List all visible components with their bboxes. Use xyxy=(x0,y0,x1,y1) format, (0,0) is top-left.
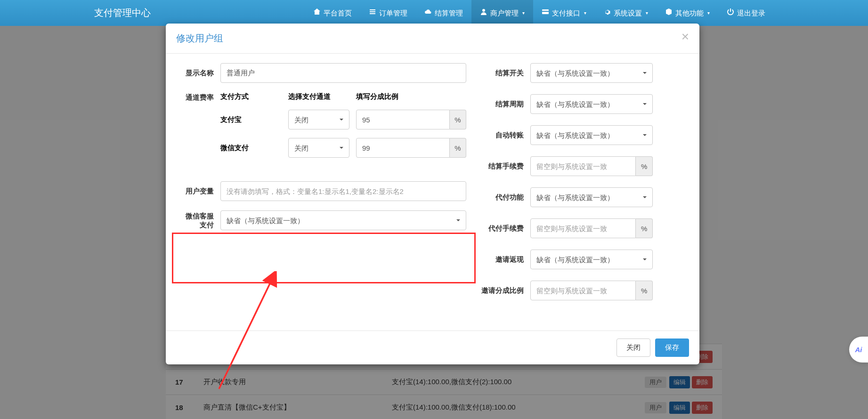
nav-label: 退出登录 xyxy=(737,0,765,26)
setting-label: 结算手续费 xyxy=(476,162,530,171)
setting-select[interactable]: 缺省（与系统设置一致） xyxy=(530,187,653,207)
user-var-input[interactable] xyxy=(220,181,466,201)
pay-method-label: 支付宝 xyxy=(220,115,282,124)
home-icon xyxy=(313,0,321,26)
list-icon xyxy=(369,0,376,26)
svg-rect-1 xyxy=(542,11,549,12)
percent-addon: % xyxy=(636,281,653,300)
nav-list[interactable]: 订单管理 xyxy=(360,0,416,26)
nav-label: 结算管理 xyxy=(435,0,463,26)
setting-input[interactable] xyxy=(530,218,636,238)
chevron-down-icon: ▾ xyxy=(707,0,710,26)
display-name-label: 显示名称 xyxy=(177,69,220,78)
setting-label: 邀请分成比例 xyxy=(476,286,530,295)
setting-label: 结算开关 xyxy=(476,69,530,78)
user-var-label: 用户变量 xyxy=(177,187,220,196)
modal-title: 修改用户组 xyxy=(176,32,681,45)
nav-user[interactable]: 商户管理▾ xyxy=(471,0,533,26)
percent-addon: % xyxy=(450,110,466,129)
setting-label: 结算周期 xyxy=(476,100,530,109)
wechat-kf-label: 微信客服支付 xyxy=(177,211,220,230)
nav-label: 支付接口 xyxy=(552,0,580,26)
nav-items: 平台首页订单管理结算管理商户管理▾支付接口▾系统设置▾其他功能▾退出登录 xyxy=(305,0,774,26)
ai-badge-text: Ai xyxy=(855,346,862,354)
nav-power[interactable]: 退出登录 xyxy=(718,0,774,26)
modal-header: 修改用户组 × xyxy=(166,24,699,54)
setting-label: 代付手续费 xyxy=(476,224,530,233)
nav-label: 其他功能 xyxy=(675,0,704,26)
percent-addon: % xyxy=(636,156,653,176)
channel-select[interactable]: 关闭 xyxy=(288,138,349,158)
user-icon xyxy=(480,0,487,26)
percent-addon: % xyxy=(636,218,653,238)
modal-right-column: 结算开关缺省（与系统设置一致）结算周期缺省（与系统设置一致）自动转账缺省（与系统… xyxy=(476,63,688,312)
setting-input[interactable] xyxy=(530,281,636,300)
cancel-button[interactable]: 关闭 xyxy=(617,338,650,357)
wechat-kf-select[interactable]: 缺省（与系统设置一致） xyxy=(220,210,466,230)
nav-home[interactable]: 平台首页 xyxy=(305,0,360,26)
setting-select[interactable]: 缺省（与系统设置一致） xyxy=(530,250,653,269)
nav-cloud[interactable]: 结算管理 xyxy=(416,0,471,26)
rate-input[interactable] xyxy=(356,110,450,129)
setting-label: 自动转账 xyxy=(476,131,530,140)
setting-select[interactable]: 缺省（与系统设置一致） xyxy=(530,125,653,145)
nav-gear[interactable]: 系统设置▾ xyxy=(595,0,657,26)
power-icon xyxy=(727,0,734,26)
channel-header: 填写分成比例 xyxy=(356,92,466,101)
channel-rate-label: 通道费率 xyxy=(177,92,220,102)
nav-card[interactable]: 支付接口▾ xyxy=(533,0,595,26)
nav-label: 商户管理 xyxy=(490,0,519,26)
channel-header: 选择支付通道 xyxy=(288,92,349,101)
chevron-down-icon: ▾ xyxy=(522,0,525,26)
modal-footer: 关闭 保存 xyxy=(166,330,699,364)
top-navbar: 支付管理中心 平台首页订单管理结算管理商户管理▾支付接口▾系统设置▾其他功能▾退… xyxy=(0,0,868,26)
rate-input[interactable] xyxy=(356,138,450,158)
cube-icon xyxy=(665,0,673,26)
chevron-down-icon: ▾ xyxy=(646,0,648,26)
nav-label: 平台首页 xyxy=(324,0,352,26)
nav-cube[interactable]: 其他功能▾ xyxy=(657,0,718,26)
gear-icon xyxy=(603,0,611,26)
chevron-down-icon: ▾ xyxy=(584,0,586,26)
setting-select[interactable]: 缺省（与系统设置一致） xyxy=(530,94,653,114)
setting-select[interactable]: 缺省（与系统设置一致） xyxy=(530,63,653,83)
close-icon[interactable]: × xyxy=(681,33,689,44)
save-button[interactable]: 保存 xyxy=(655,338,689,357)
setting-input[interactable] xyxy=(530,156,636,176)
percent-addon: % xyxy=(450,138,466,158)
display-name-input[interactable] xyxy=(220,63,466,83)
setting-label: 邀请返现 xyxy=(476,255,530,264)
edit-usergroup-modal: 修改用户组 × 显示名称 通道费率 支付方式选择支付通道填写分成比例支付宝关闭%… xyxy=(166,24,699,364)
modal-left-column: 显示名称 通道费率 支付方式选择支付通道填写分成比例支付宝关闭%微信支付关闭% … xyxy=(177,63,466,312)
card-icon xyxy=(542,0,549,26)
setting-label: 代付功能 xyxy=(476,193,530,202)
channel-header: 支付方式 xyxy=(220,92,282,101)
nav-label: 系统设置 xyxy=(614,0,642,26)
brand-title: 支付管理中心 xyxy=(94,7,305,19)
nav-label: 订单管理 xyxy=(379,0,407,26)
pay-method-label: 微信支付 xyxy=(220,144,282,153)
cloud-icon xyxy=(424,0,432,26)
channel-select[interactable]: 关闭 xyxy=(288,110,349,129)
